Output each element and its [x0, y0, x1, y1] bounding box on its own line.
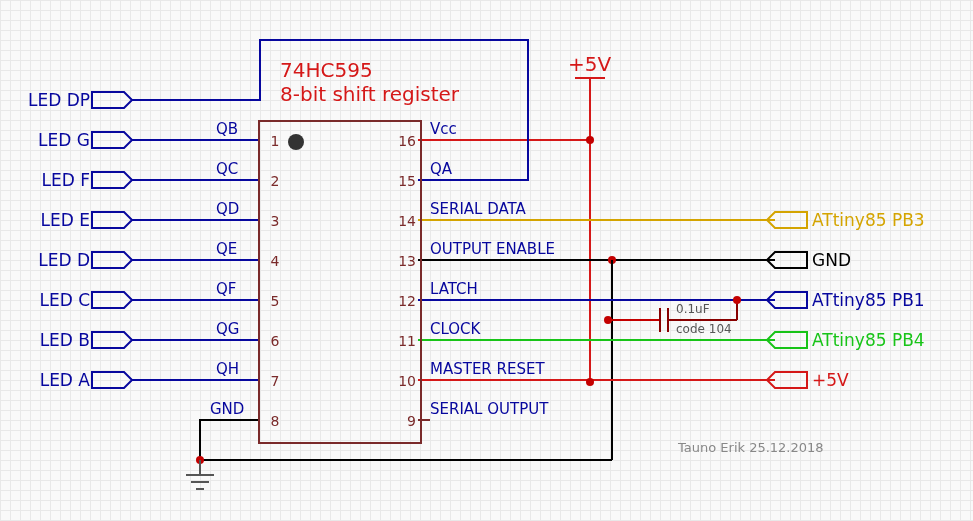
- sig-qf: QF: [216, 280, 236, 298]
- svg-marker-42: [767, 212, 807, 228]
- svg-marker-37: [92, 212, 132, 228]
- pin-num: 11: [394, 333, 416, 349]
- pin-num: 3: [264, 213, 286, 229]
- svg-marker-36: [92, 172, 132, 188]
- svg-point-6: [608, 256, 616, 264]
- cap-value: 0.1uF: [676, 302, 710, 316]
- svg-marker-45: [767, 332, 807, 348]
- sig-oe: OUTPUT ENABLE: [430, 240, 555, 258]
- sig-gnd: GND: [210, 400, 244, 418]
- port-5v: +5V: [812, 370, 849, 390]
- pin-num: 8: [264, 413, 286, 429]
- sig-vcc: Vcc: [430, 120, 457, 138]
- port-led-b: LED B: [15, 330, 90, 350]
- svg-marker-39: [92, 292, 132, 308]
- pin-num: 7: [264, 373, 286, 389]
- pin-num: 14: [394, 213, 416, 229]
- sig-qb: QB: [216, 120, 238, 138]
- credit: Tauno Erik 25.12.2018: [678, 440, 824, 455]
- pin-num: 1: [264, 133, 286, 149]
- pin-num: 15: [394, 173, 416, 189]
- svg-marker-38: [92, 252, 132, 268]
- port-shapes-right: [767, 212, 807, 388]
- svg-marker-41: [92, 372, 132, 388]
- chip-desc: 8-bit shift register: [280, 82, 459, 106]
- sig-qa: QA: [430, 160, 452, 178]
- pin-num: 6: [264, 333, 286, 349]
- pin1-marker-icon: [288, 134, 304, 150]
- svg-marker-43: [767, 252, 807, 268]
- port-led-d: LED D: [15, 250, 90, 270]
- svg-point-3: [586, 136, 594, 144]
- port-led-c: LED C: [15, 290, 90, 310]
- sig-sout: SERIAL OUTPUT: [430, 400, 548, 418]
- pin-num: 16: [394, 133, 416, 149]
- svg-marker-34: [92, 92, 132, 108]
- svg-point-19: [733, 296, 741, 304]
- pin-num: 12: [394, 293, 416, 309]
- chip-title: 74HC595 8-bit shift register: [280, 58, 459, 106]
- sig-qd: QD: [216, 200, 239, 218]
- sig-mrst: MASTER RESET: [430, 360, 545, 378]
- svg-point-11: [586, 378, 594, 386]
- sig-sdata: SERIAL DATA: [430, 200, 526, 218]
- plus5v-label: +5V: [568, 52, 611, 76]
- port-gnd: GND: [812, 250, 851, 270]
- pin-num: 5: [264, 293, 286, 309]
- port-led-e: LED E: [15, 210, 90, 230]
- sig-clock: CLOCK: [430, 320, 480, 338]
- sig-qc: QC: [216, 160, 238, 178]
- sig-qh: QH: [216, 360, 239, 378]
- port-pb4: ATtiny85 PB4: [812, 330, 925, 350]
- svg-marker-35: [92, 132, 132, 148]
- chip-74hc595: 1 2 3 4 5 6 7 8 16 15 14 13 12 11 10 9: [258, 120, 422, 444]
- port-led-g: LED G: [15, 130, 90, 150]
- svg-marker-46: [767, 372, 807, 388]
- chip-part: 74HC595: [280, 58, 373, 82]
- pin-num: 9: [394, 413, 416, 429]
- port-pb3: ATtiny85 PB3: [812, 210, 925, 230]
- svg-point-12: [604, 316, 612, 324]
- svg-marker-40: [92, 332, 132, 348]
- cap-code: code 104: [676, 322, 732, 336]
- sig-qg: QG: [216, 320, 239, 338]
- port-led-dp: LED DP: [15, 90, 90, 110]
- port-shapes-left: [92, 92, 132, 388]
- pin-num: 10: [394, 373, 416, 389]
- sig-qe: QE: [216, 240, 237, 258]
- pin-num: 2: [264, 173, 286, 189]
- svg-point-28: [196, 456, 204, 464]
- port-led-f: LED F: [15, 170, 90, 190]
- schematic-canvas: 74HC595 8-bit shift register +5V 1 2 3 4…: [0, 0, 973, 521]
- pin-num: 4: [264, 253, 286, 269]
- port-pb1: ATtiny85 PB1: [812, 290, 925, 310]
- sig-latch: LATCH: [430, 280, 478, 298]
- svg-marker-44: [767, 292, 807, 308]
- pin-num: 13: [394, 253, 416, 269]
- port-led-a: LED A: [15, 370, 90, 390]
